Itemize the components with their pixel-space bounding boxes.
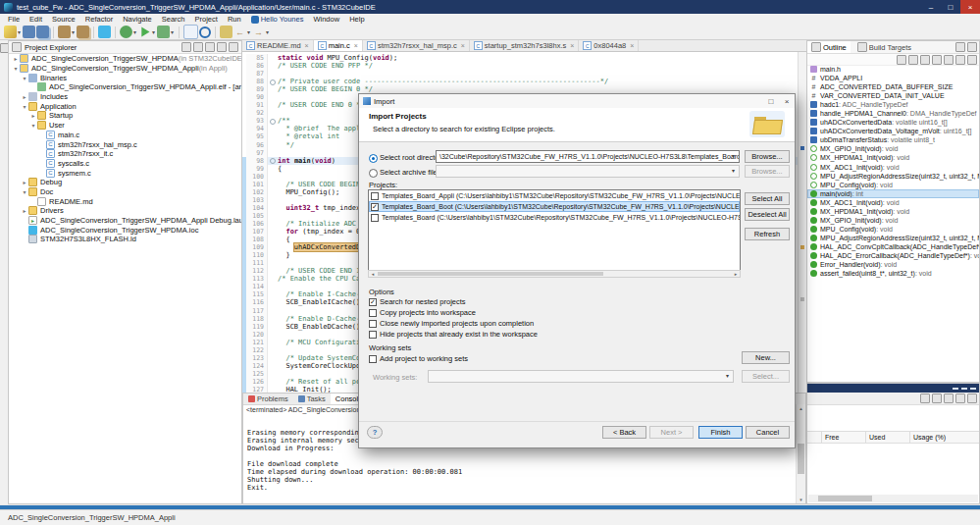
build-icon[interactable] <box>58 26 71 38</box>
settings-icon[interactable] <box>955 394 965 403</box>
fold-marker-icon[interactable] <box>268 78 276 85</box>
option-checkbox[interactable] <box>369 320 377 328</box>
maximize-view-icon[interactable] <box>967 42 977 52</box>
editor-tab-startup-stm32h7s3l8hx-s[interactable]: Cstartup_stm32h7s3l8hx.s× <box>470 40 579 51</box>
outline-item[interactable]: MX_HPDMA1_Init(void) : void <box>807 153 979 162</box>
dropdown-caret-icon[interactable]: ▾ <box>171 28 174 35</box>
projects-list[interactable]: Templates_Board_Appli (C:\Users\lahbiby1… <box>368 189 741 278</box>
menu-navigate[interactable]: Navigate <box>118 15 157 24</box>
menu-edit[interactable]: Edit <box>25 15 47 24</box>
browse-root-button[interactable]: Browse... <box>745 150 790 163</box>
outline-item[interactable]: MPU_AdjustRegionAddressSize(uint32_t, ui… <box>807 172 979 181</box>
project-list-item[interactable]: ✓Templates_Board_Boot (C:\Users\lahbiby1… <box>369 201 740 212</box>
tree-item[interactable]: ▸Drivers <box>9 206 241 216</box>
save-all-icon[interactable] <box>36 26 49 38</box>
expand-arrow-icon[interactable]: ▾ <box>21 75 28 81</box>
add-working-sets-checkbox[interactable] <box>369 355 377 363</box>
tree-item[interactable]: ▾Doc <box>9 187 241 197</box>
new-wizard-icon[interactable] <box>4 26 17 38</box>
panel-icon[interactable] <box>970 388 976 390</box>
close-button[interactable]: × <box>960 0 980 14</box>
outline-item[interactable]: MX_HPDMA1_Init(void) : void <box>807 207 979 216</box>
outline-item[interactable]: assert_failed(uint8_t*, uint32_t) : void <box>807 269 979 278</box>
outline-item[interactable]: hadc1 : ADC_HandleTypeDef <box>807 100 979 109</box>
scroll-down-icon[interactable]: ▾ <box>797 496 805 503</box>
outline-item[interactable]: handle_HPDMA1_Channel0 : DMA_HandleTypeD… <box>807 109 979 118</box>
option-row[interactable]: Close newly imported projects upon compl… <box>369 319 534 328</box>
collapse-all-icon[interactable] <box>897 55 906 65</box>
search-icon[interactable] <box>199 26 211 38</box>
dropdown-caret-icon[interactable]: ▾ <box>247 28 250 35</box>
collapse-arrow-icon[interactable]: ▸ <box>21 179 28 185</box>
outline-item[interactable]: Error_Handler(void) : void <box>807 260 979 269</box>
build-all-icon[interactable] <box>77 26 89 38</box>
outline-item[interactable]: MPU_AdjustRegionAddressSize(uint32_t, ui… <box>807 234 979 242</box>
expand-arrow-icon[interactable]: ▾ <box>21 188 28 195</box>
tree-item[interactable]: ▸ADC_SingleConversion_TriggerSW_HPDMA (i… <box>9 54 241 64</box>
tree-item[interactable]: Cstm32h7rsxx_hal_msp.c <box>9 139 241 149</box>
hide-fields-icon[interactable] <box>920 55 930 65</box>
external-tools-icon[interactable] <box>157 26 170 38</box>
memory-column-usage----[interactable]: Usage (%) <box>909 432 978 443</box>
dropdown-caret-icon[interactable]: ▾ <box>72 28 75 35</box>
outline-item[interactable]: HAL_ADC_ErrorCallback(ADC_HandleTypeDef*… <box>807 251 979 260</box>
maximize-button[interactable]: □ <box>941 0 960 14</box>
project-list-item[interactable]: Templates_Board (C:\Users\lahbiby1\STM32… <box>369 212 740 223</box>
option-row[interactable]: Copy projects into workspace <box>369 308 476 317</box>
panel-icon[interactable] <box>961 388 967 390</box>
device-configuration-icon[interactable] <box>98 26 111 38</box>
tree-item[interactable]: Csyscalls.c <box>9 159 241 169</box>
fold-marker-icon[interactable] <box>268 157 276 165</box>
outline-item[interactable]: MX_ADC1_Init(void) : void <box>807 163 979 172</box>
last-edit-location-icon[interactable] <box>220 26 232 38</box>
tree-item[interactable]: ▾Binaries <box>9 73 241 82</box>
outline-item[interactable]: uhADCxConvertedData_Voltage_mVolt : uint… <box>807 127 979 135</box>
menu-run[interactable]: Run <box>223 15 246 24</box>
select-all-button[interactable]: Select All <box>745 192 790 205</box>
view-menu-icon[interactable] <box>967 394 977 403</box>
tree-item[interactable]: ADC_SingleConversion_TriggerSW_HPDMA.ioc <box>9 225 241 235</box>
option-row[interactable]: ✓Search for nested projects <box>369 297 466 306</box>
maximize-icon[interactable] <box>229 42 238 52</box>
expand-arrow-icon[interactable]: ▾ <box>12 65 20 72</box>
menu-file[interactable]: File <box>3 15 25 24</box>
outline-item[interactable]: uhADCxConvertedData : volatile uint16_t[… <box>807 118 979 127</box>
editor-tab-stm32h7rsxx-hal-msp-c[interactable]: Cstm32h7rsxx_hal_msp.c× <box>363 40 470 51</box>
forward-icon[interactable]: → <box>252 26 265 38</box>
export-icon[interactable] <box>944 394 954 403</box>
new-working-set-button[interactable]: New... <box>742 351 790 364</box>
tree-item[interactable]: Cstm32h7rsxx_it.c <box>9 149 241 159</box>
menu-refactor[interactable]: Refactor <box>80 15 118 24</box>
memory-column-used[interactable]: Used <box>865 432 909 443</box>
close-tab-icon[interactable]: × <box>305 42 309 49</box>
view-menu-icon[interactable] <box>205 42 215 52</box>
expand-arrow-icon[interactable]: ▾ <box>29 122 37 129</box>
outline-item[interactable]: MX_GPIO_Init(void) : void <box>807 144 979 153</box>
deselect-all-button[interactable]: Deselect All <box>745 208 790 221</box>
help-button[interactable]: ? <box>367 426 383 439</box>
hide-non-public-icon[interactable] <box>944 55 954 65</box>
menu-help[interactable]: Help <box>344 15 369 24</box>
close-tab-icon[interactable]: × <box>630 42 634 49</box>
dropdown-caret-icon[interactable]: ▾ <box>266 28 269 35</box>
tree-item[interactable]: Cmain.c <box>9 131 241 140</box>
collapse-arrow-icon[interactable]: ▸ <box>21 207 28 214</box>
dialog-maximize-button[interactable]: □ <box>763 97 779 106</box>
outline-item[interactable]: #VDDA_APPLI <box>807 74 979 82</box>
cancel-button[interactable]: Cancel <box>746 426 790 439</box>
scrollbar-thumb[interactable] <box>798 444 804 473</box>
save-icon[interactable] <box>23 26 35 38</box>
outline-list[interactable]: main.h#VDDA_APPLI#ADC_CONVERTED_DATA_BUF… <box>807 65 979 382</box>
new-c-project-icon[interactable] <box>183 25 198 39</box>
console-vertical-scrollbar[interactable]: ▴ ▾ <box>796 404 805 503</box>
tab-build-targets[interactable]: Build Targets <box>853 41 915 53</box>
chevron-down-icon[interactable]: ▾ <box>728 151 739 162</box>
tree-item[interactable]: Csysmem.c <box>9 168 241 178</box>
back-icon[interactable]: ← <box>233 26 246 38</box>
editor-tab-main-c[interactable]: Cmain.c× <box>314 40 363 51</box>
outline-item[interactable]: main(void) : int <box>807 189 979 198</box>
tree-item[interactable]: ▸Debug <box>9 178 241 187</box>
tree-item[interactable]: ▸Includes <box>9 92 241 102</box>
menu-window[interactable]: Window <box>308 15 344 24</box>
myst-user-greeting[interactable]: Hello Younes <box>246 15 309 24</box>
